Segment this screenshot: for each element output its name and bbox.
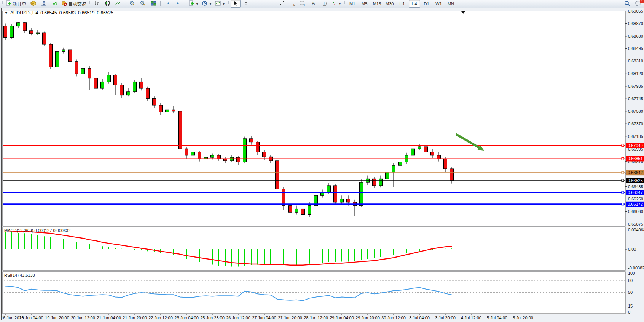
timeframe-W1[interactable]: W1 (433, 0, 445, 8)
rsi-pane[interactable] (3, 272, 625, 314)
zoom-in-button[interactable] (127, 0, 137, 8)
auto-trading-button[interactable]: 自动交易 (60, 0, 88, 8)
indicators-dropdown[interactable]: ▼ (214, 0, 226, 8)
time-label: 3 Jul 04:00 (409, 316, 430, 320)
vertical-line-button[interactable] (255, 0, 265, 8)
time-label: 20 Jun 12:00 (71, 316, 95, 320)
candle-body (444, 159, 447, 169)
line-anchor-handle[interactable] (622, 144, 624, 147)
price-line-badge: 0.67049 (626, 143, 644, 148)
price-pane[interactable] (3, 11, 625, 226)
signal-button[interactable] (49, 0, 59, 8)
candlestick-chart-button[interactable] (102, 0, 112, 8)
line-chart-button[interactable] (113, 0, 123, 8)
line-anchor-handle[interactable] (622, 157, 624, 160)
chart-shift-icon (165, 0, 171, 7)
symbol-info-toggle[interactable]: ▼ (5, 11, 8, 15)
price-tick-label: 0.67935 (628, 84, 643, 88)
price-tick-label: 0.68120 (628, 71, 643, 76)
chart-shift-button[interactable] (163, 0, 172, 8)
horizontal-line-button[interactable] (266, 0, 276, 8)
candle-body (340, 199, 344, 202)
text-label-icon: T (321, 0, 327, 7)
candle (276, 159, 279, 191)
candle-body (43, 33, 46, 44)
candle-body (386, 172, 389, 179)
candle-body (56, 51, 59, 67)
price-line-badge: 0.66172 (626, 202, 644, 207)
period-dropdown[interactable]: ▼ (201, 0, 213, 8)
timeframe-M5[interactable]: M5 (359, 0, 370, 8)
time-label: 30 Jun 12:00 (381, 316, 406, 320)
candle (133, 80, 137, 93)
line-anchor-handle[interactable] (622, 171, 624, 174)
time-axis[interactable]: 16 Jun 202319 Jun 04:0019 Jun 20:0020 Ju… (1, 314, 533, 320)
chart-canvas[interactable]: 0.690550.688700.686800.684950.683100.681… (0, 8, 644, 322)
cursor-button[interactable] (231, 0, 241, 8)
auto-trading-label: 自动交易 (68, 1, 86, 7)
cursor-icon (233, 0, 238, 7)
text-button[interactable]: A (309, 0, 319, 8)
line-anchor-handle[interactable] (622, 191, 624, 194)
candle-body (30, 31, 33, 34)
candle-body (282, 189, 285, 206)
candle-body (392, 165, 395, 172)
history-center-button[interactable] (28, 0, 38, 8)
candle-body (133, 82, 137, 91)
timeframe-D1[interactable]: D1 (421, 0, 432, 8)
candle-body (4, 26, 7, 38)
ohlc-close: 0.66525 (97, 10, 113, 16)
toolbar-grip[interactable] (89, 1, 90, 6)
equidistant-channel-icon: E (289, 0, 295, 7)
time-label: 3 Jul 20:00 (435, 316, 456, 320)
price-tick-label: 0.68680 (628, 34, 643, 38)
equidistant-channel-button[interactable]: E (287, 0, 297, 8)
price-line-badge-label: 0.66347 (628, 190, 643, 195)
search-button[interactable] (622, 0, 632, 8)
zoom-out-icon (140, 0, 146, 7)
candle-body (127, 92, 130, 95)
auto-scroll-button[interactable] (173, 0, 183, 8)
zoom-in-icon (129, 0, 135, 7)
tile-windows-button[interactable] (148, 0, 158, 8)
price-tick-label: 0.67370 (628, 122, 643, 126)
svg-text:T: T (323, 2, 325, 6)
toolbar-grip[interactable] (2, 1, 3, 6)
rsi-axis-label: 80 (628, 278, 633, 283)
price-tick-label: 0.66435 (628, 184, 643, 189)
toolbar-grip[interactable] (344, 1, 345, 6)
new-order-button[interactable]: 新订单 (5, 0, 27, 8)
new-chart-dropdown[interactable]: ▼ (187, 0, 200, 8)
timeframe-MN[interactable]: MN (445, 0, 457, 8)
time-label: 25 Jun 23:00 (200, 316, 225, 320)
text-label-button[interactable]: T (319, 0, 329, 8)
chevron-down-icon: ▼ (209, 2, 212, 6)
line-anchor-handle[interactable] (622, 203, 624, 205)
candle-body (327, 186, 331, 192)
timeframe-H1[interactable]: H1 (397, 0, 408, 8)
fibonacci-button[interactable]: F (298, 0, 308, 8)
svg-text:E: E (293, 3, 295, 6)
price-line-badge: 0.66851 (626, 156, 644, 161)
price-tick-label: 0.65875 (628, 222, 643, 226)
bar-chart-button[interactable] (92, 0, 102, 8)
timeframe-M30[interactable]: M30 (384, 0, 395, 8)
candle (43, 32, 46, 46)
toolbar-grip[interactable] (228, 1, 229, 6)
time-label: 5 Jul 04:00 (487, 316, 507, 320)
chat-button[interactable]: 1 (633, 0, 643, 8)
crosshair-button[interactable] (241, 0, 251, 8)
timeframe-M1[interactable]: M1 (347, 0, 358, 8)
timeframe-M15[interactable]: M15 (371, 0, 383, 8)
price-tick-label: 0.68310 (628, 59, 643, 63)
arrows-dropdown[interactable]: ▼ (330, 0, 343, 8)
zoom-out-button[interactable] (138, 0, 148, 8)
rsi-label: RSI(14) 43.5138 (4, 273, 35, 277)
timeframe-H4[interactable]: H4 (409, 0, 420, 8)
line-anchor-handle[interactable] (622, 179, 624, 182)
profile-button[interactable] (39, 0, 49, 8)
time-label: 21 Jun 20:00 (123, 316, 147, 320)
macd-axis-min: -0.003828 (628, 266, 644, 270)
candle-body (308, 206, 311, 215)
trendline-button[interactable] (277, 0, 287, 8)
